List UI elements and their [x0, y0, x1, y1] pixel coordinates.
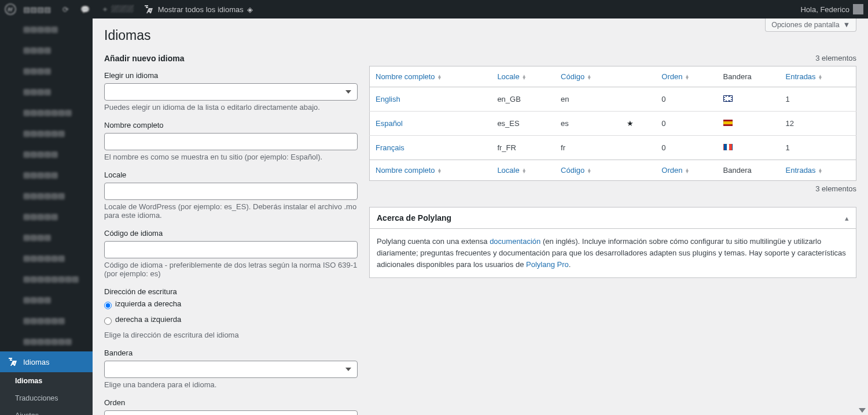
- code-cell: es: [555, 112, 621, 136]
- direction-ltr-radio[interactable]: [104, 302, 112, 309]
- direction-ltr-label[interactable]: izquierda a derecha: [115, 299, 181, 308]
- flag-cell: [718, 136, 780, 160]
- th-code[interactable]: Código▲▼: [555, 160, 621, 181]
- sort-icon: ▲▼: [818, 168, 823, 173]
- flag-es-icon: [723, 120, 733, 126]
- svg-point-0: [5, 4, 16, 14]
- th-entries[interactable]: Entradas▲▼: [780, 66, 856, 87]
- items-count-top: 3 elementos: [369, 54, 856, 62]
- sidebar-item[interactable]: ▨▨▨▨▨▨: [0, 123, 93, 143]
- th-name[interactable]: Nombre completo▲▼: [370, 160, 492, 181]
- translate-icon: [143, 3, 155, 15]
- entries-cell: 12: [780, 112, 856, 136]
- sidebar-item[interactable]: ▨▨▨▨▨▨: [0, 185, 93, 206]
- flag-label: Bandera: [104, 349, 358, 357]
- panel-title: Acerca de Polylang: [377, 213, 451, 223]
- sidebar-item-languages[interactable]: Idiomas: [0, 351, 93, 372]
- topbar-site[interactable]: ▨▨▨▨: [19, 0, 56, 18]
- screen-options-toggle[interactable]: Opciones de pantalla ▼: [765, 18, 856, 32]
- topbar-updates[interactable]: ⟳: [58, 0, 73, 18]
- sidebar-item[interactable]: ▨▨▨▨▨▨▨: [0, 102, 93, 123]
- flag-cell: [718, 87, 780, 112]
- sidebar-item[interactable]: ▨▨▨▨: [0, 289, 93, 310]
- sidebar-item[interactable]: ▨▨▨▨▨: [0, 164, 93, 185]
- sort-icon: ▲▼: [818, 75, 823, 80]
- admin-topbar: ▨▨▨▨ ⟳ 💬 ＋ ▨▨▨ Mostrar todos los idiomas…: [0, 0, 868, 18]
- sidebar-item[interactable]: ▨▨▨▨▨▨: [0, 247, 93, 268]
- code-input[interactable]: [104, 241, 358, 258]
- choose-language-select[interactable]: [104, 83, 358, 101]
- page-title: Idiomas: [104, 28, 151, 43]
- fullname-label: Nombre completo: [104, 121, 358, 129]
- star-icon: ★: [627, 119, 634, 128]
- sort-icon: ▲▼: [437, 75, 442, 80]
- sidebar-item[interactable]: ▨▨▨▨▨▨: [0, 310, 93, 331]
- code-cell: en: [555, 87, 621, 112]
- order-cell: 0: [656, 112, 717, 136]
- topbar-left: ▨▨▨▨ ⟳ 💬 ＋ ▨▨▨: [5, 0, 138, 18]
- choose-language-help: Puedes elegir un idioma de la lista o ed…: [104, 103, 358, 112]
- flag-cell: [718, 112, 780, 136]
- sidebar-item[interactable]: ▨▨▨▨: [0, 227, 93, 247]
- entries-cell: 1: [780, 87, 856, 112]
- th-entries[interactable]: Entradas▲▼: [780, 160, 856, 181]
- form-title: Añadir nuevo idioma: [104, 54, 358, 63]
- th-order[interactable]: Orden▲▼: [656, 66, 717, 87]
- sidebar-subitem-translations[interactable]: Traducciones: [0, 390, 93, 407]
- th-order[interactable]: Orden▲▼: [656, 160, 717, 181]
- choose-language-label: Elegir un idioma: [104, 71, 358, 80]
- flag-select[interactable]: [104, 361, 358, 378]
- code-label: Código de idioma: [104, 229, 358, 238]
- add-language-form: Añadir nuevo idioma Elegir un idioma Pue…: [104, 54, 358, 415]
- sidebar-item[interactable]: ▨▨▨▨: [0, 81, 93, 102]
- th-code[interactable]: Código▲▼: [555, 66, 621, 87]
- language-name-link[interactable]: Español: [376, 119, 403, 128]
- locale-input[interactable]: [104, 183, 358, 200]
- sort-icon: ▲▼: [685, 75, 689, 80]
- locale-help: Locale de WordPress (por ejemplo: es_ES)…: [104, 202, 358, 220]
- code-cell: fr: [555, 136, 621, 160]
- th-locale[interactable]: Locale▲▼: [491, 160, 555, 181]
- order-input[interactable]: [104, 410, 358, 415]
- sort-icon: ▲▼: [522, 75, 527, 80]
- documentation-link[interactable]: documentación: [490, 237, 540, 246]
- sidebar-item[interactable]: ▨▨▨▨▨: [0, 18, 93, 39]
- flag-gb-icon: [723, 95, 733, 102]
- fullname-input[interactable]: [104, 133, 358, 150]
- polylang-pro-link[interactable]: Polylang Pro: [526, 260, 569, 269]
- locale-cell: fr_FR: [491, 136, 555, 160]
- sidebar-item[interactable]: ▨▨▨▨: [0, 60, 93, 81]
- flag-help: Elige una bandera para el idioma.: [104, 380, 358, 389]
- sidebar-subitem-settings[interactable]: Ajustes: [0, 407, 93, 415]
- topbar-comments[interactable]: 💬: [76, 0, 94, 18]
- language-name-link[interactable]: English: [376, 95, 400, 103]
- default-cell: [621, 136, 656, 160]
- sort-icon: ▲▼: [437, 168, 442, 173]
- sidebar-item[interactable]: ▨▨▨▨: [0, 39, 93, 60]
- scroll-down-icon: [859, 408, 866, 413]
- th-locale[interactable]: Locale▲▼: [491, 66, 555, 87]
- th-flag: Bandera: [718, 66, 780, 87]
- topbar-language-switcher[interactable]: Mostrar todos los idiomas ◈: [138, 3, 258, 15]
- direction-rtl-radio[interactable]: [104, 317, 112, 325]
- locale-cell: es_ES: [491, 112, 555, 136]
- topbar-new[interactable]: ＋ ▨▨▨: [97, 0, 138, 18]
- admin-sidebar: ▨▨▨▨▨ ▨▨▨▨ ▨▨▨▨ ▨▨▨▨ ▨▨▨▨▨▨▨ ▨▨▨▨▨▨ ▨▨▨▨…: [0, 18, 93, 415]
- panel-toggle[interactable]: ▴: [845, 214, 849, 223]
- wp-logo-icon[interactable]: [5, 3, 16, 15]
- default-cell: ★: [621, 112, 656, 136]
- sidebar-item[interactable]: ▨▨▨▨▨: [0, 143, 93, 164]
- chevron-down-icon: ▼: [843, 21, 850, 29]
- sidebar-item[interactable]: ▨▨▨▨▨▨▨: [0, 331, 93, 351]
- topbar-account[interactable]: Hola, Federico: [800, 4, 863, 14]
- th-name[interactable]: Nombre completo▲▼: [370, 66, 492, 87]
- table-row: Españoles_ESes★012: [370, 112, 856, 136]
- sidebar-subitem-languages[interactable]: Idiomas: [0, 372, 93, 390]
- language-name-link[interactable]: Français: [376, 143, 404, 152]
- table-footer-row: Nombre completo▲▼ Locale▲▼ Código▲▼ Orde…: [370, 160, 856, 181]
- sidebar-item[interactable]: ▨▨▨▨▨▨▨▨: [0, 268, 93, 289]
- items-count-bottom: 3 elementos: [369, 184, 856, 193]
- direction-rtl-label[interactable]: derecha a izquierda: [115, 315, 181, 324]
- topbar-greeting: Hola, Federico: [800, 5, 849, 14]
- sidebar-item[interactable]: ▨▨▨▨▨: [0, 206, 93, 227]
